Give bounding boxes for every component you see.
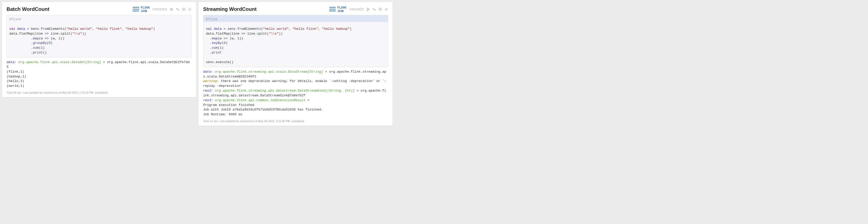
out-var: res2 xyxy=(203,89,211,93)
paragraph-header: Batch WordCount FLINK JOB FINISHED xyxy=(6,5,191,13)
output-options-button[interactable] xyxy=(182,7,185,11)
code-token: . xyxy=(9,41,33,45)
settings-button[interactable] xyxy=(384,7,388,11)
code-token: map xyxy=(212,37,217,40)
code-token: . xyxy=(9,51,33,55)
out-text: : there was one deprecation warning; for… xyxy=(203,79,386,88)
code-token: = senv.fromElements( xyxy=(221,27,263,31)
out-var: data xyxy=(203,70,211,74)
gear-icon xyxy=(384,7,388,11)
output-block: data: org.apache.flink.api.scala.DataSet… xyxy=(6,60,191,89)
svg-point-4 xyxy=(189,8,190,9)
code-token: data xyxy=(17,27,25,31)
code-token: map xyxy=(33,37,39,40)
run-button[interactable] xyxy=(170,7,173,11)
code-token: . xyxy=(206,51,212,55)
flink-job-link[interactable]: FLINK JOB xyxy=(329,5,347,13)
out-row: (hadoop,1) xyxy=(6,75,26,78)
code-token: 0 xyxy=(223,41,225,45)
code-token: "hello hadoop" xyxy=(322,27,349,31)
hide-editor-button[interactable] xyxy=(176,7,179,11)
out-var: data xyxy=(6,60,14,64)
code-token: 1 xyxy=(238,37,240,40)
code-token: "hello flink" xyxy=(292,27,318,31)
svg-rect-0 xyxy=(132,7,139,7)
out-var: warning xyxy=(203,79,217,83)
code-token: "hello hadoop" xyxy=(125,27,153,31)
code-token: "\\s" xyxy=(269,32,279,36)
play-icon xyxy=(170,7,173,11)
svg-rect-7 xyxy=(329,10,336,11)
out-row: Job Runtime: 8485 ms xyxy=(203,113,243,116)
out-row: (world,1) xyxy=(6,84,24,88)
code-token: "hello world" xyxy=(66,27,92,31)
code-token: sum xyxy=(33,46,39,50)
code-token: . xyxy=(9,46,33,50)
code-token: ( xyxy=(47,41,49,45)
code-token: ) xyxy=(225,41,227,45)
paragraph-streaming: Streaming WordCount FLINK JOB FINISHED %… xyxy=(198,2,393,126)
code-token: (w => (w, xyxy=(39,37,59,40)
svg-rect-6 xyxy=(329,9,336,9)
flink-job-label: FLINK JOB xyxy=(141,6,150,13)
out-text: = xyxy=(306,98,310,102)
code-editor[interactable]: %flink val data = benv.fromElements("hel… xyxy=(6,15,191,58)
code-token: ( xyxy=(39,46,41,50)
code-token: ) xyxy=(221,46,223,50)
svg-rect-2 xyxy=(132,10,139,11)
play-icon xyxy=(366,7,370,11)
code-token: . xyxy=(9,37,33,40)
svg-marker-3 xyxy=(171,8,173,10)
code-token: ) xyxy=(350,27,352,31)
flink-job-link[interactable]: FLINK JOB xyxy=(132,5,150,13)
out-text: : xyxy=(14,60,19,64)
out-type: org.apache.flink.api.common.JobExecution… xyxy=(215,98,306,102)
collapse-icon xyxy=(372,7,376,11)
svg-marker-8 xyxy=(367,8,370,10)
collapse-icon xyxy=(176,7,179,11)
code-token: . xyxy=(206,46,212,50)
interpreter-directive: %flink xyxy=(9,18,21,21)
code-token: "hello world" xyxy=(263,27,288,31)
code-token: )) xyxy=(279,32,283,36)
book-icon xyxy=(182,7,185,11)
book-icon xyxy=(378,7,382,11)
flink-job-label: FLINK JOB xyxy=(337,6,347,13)
out-text: : xyxy=(211,70,215,74)
hide-editor-button[interactable] xyxy=(372,7,376,11)
out-type: org.apache.flink.streaming.api.scala.Dat… xyxy=(215,70,323,74)
code-token: . xyxy=(206,37,212,40)
out-type: org.apache.flink.api.scala.DataSet[Strin… xyxy=(19,60,101,64)
code-token: print xyxy=(33,51,43,55)
out-text: : xyxy=(211,89,215,93)
code-token: ) xyxy=(43,46,45,50)
code-token: keyBy xyxy=(212,41,221,45)
output-options-button[interactable] xyxy=(378,7,382,11)
code-token: val xyxy=(9,27,15,31)
code-editor[interactable]: %flink val data = senv.fromElements("hel… xyxy=(203,15,388,67)
paragraph-title: Batch WordCount xyxy=(6,6,50,12)
paragraph-footer: Took 56 sec. Last updated by anonymous a… xyxy=(6,91,191,94)
out-text: : xyxy=(211,98,215,102)
code-token: ) xyxy=(51,41,53,45)
code-token: )) xyxy=(240,37,244,40)
run-button[interactable] xyxy=(366,7,370,11)
paragraph-header: Streaming WordCount FLINK JOB FINISHED xyxy=(203,5,388,13)
code-token: sum xyxy=(212,46,217,50)
interpreter-directive: %flink xyxy=(206,18,218,21)
gear-icon xyxy=(188,7,191,11)
code-token: print xyxy=(212,51,221,55)
paragraph-batch: Batch WordCount FLINK JOB FINISHED %flin… xyxy=(2,2,196,97)
list-icon xyxy=(132,5,140,13)
settings-button[interactable] xyxy=(188,7,191,11)
code-token: )) xyxy=(61,37,65,40)
out-var: res3 xyxy=(203,98,211,102)
code-token: "hello flink" xyxy=(96,27,121,31)
paragraph-actions: FLINK JOB FINISHED xyxy=(329,5,388,13)
code-token: data.flatMap(line => line.split( xyxy=(9,32,72,36)
out-row: (hello,3) xyxy=(6,79,24,83)
code-token: groupBy xyxy=(33,41,47,45)
code-token: )) xyxy=(82,32,86,36)
code-token: ) xyxy=(153,27,155,31)
output-block: data: org.apache.flink.streaming.api.sca… xyxy=(203,70,388,117)
